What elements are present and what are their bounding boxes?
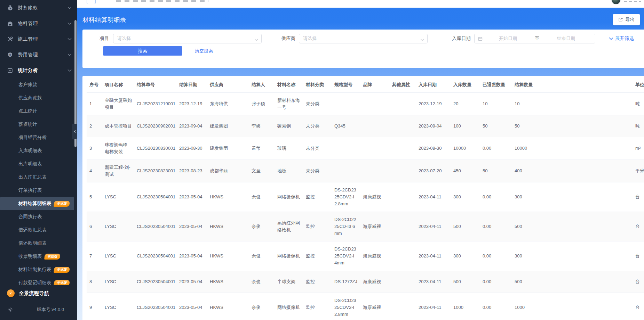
table-row[interactable]: 6LYSCCLJS202305040012023-05-04HKWS余俊高清红外… <box>87 212 644 241</box>
sidebar-group-费用管理[interactable]: ¥费用管理 <box>0 47 77 63</box>
gear-icon[interactable] <box>8 307 13 312</box>
table-cell: 5 <box>87 182 102 212</box>
column-header-品牌: 品牌 <box>360 77 389 93</box>
chevron-down-icon <box>67 22 72 25</box>
table-cell: 300 <box>451 182 480 212</box>
panorama-nav-item[interactable]: 全景流程导航 <box>0 285 77 301</box>
table-row[interactable]: 5LYSCCLJS202305040012023-05-04HKWS余俊网络摄像… <box>87 182 644 212</box>
sidebar-item-供应商账款[interactable]: 供应商账款 <box>0 91 77 105</box>
sidebar-item-借还款明细表[interactable]: 借还款明细表 <box>0 237 77 250</box>
table-cell: 4 <box>87 160 102 182</box>
clear-search-link[interactable]: 清空搜索 <box>195 48 213 54</box>
table-cell: 7 <box>87 241 102 271</box>
table-cell <box>389 160 417 182</box>
table-cell: LYSC <box>102 241 135 271</box>
table-cell <box>389 271 417 293</box>
table-cell: 2023-04-11 <box>417 241 451 271</box>
table-cell: 吨 <box>633 93 644 115</box>
sidebar-item-label: 出库明细表 <box>18 161 42 167</box>
table-cell: 50 <box>480 160 512 182</box>
table-cell: HKWS <box>207 241 249 271</box>
sidebar-group-label: 施工管理 <box>18 36 67 42</box>
table-cell: 珠穆朗玛峰—电梯安装 <box>102 137 135 160</box>
export-button[interactable]: 导出 <box>613 14 640 25</box>
sidebar-item-出入库汇总表[interactable]: 出入库汇总表 <box>0 171 77 184</box>
table-row[interactable]: 4新建工程-刘-测试CLJS202308230012023-08-23成都华丽文… <box>87 160 644 182</box>
table-cell <box>360 115 389 137</box>
table-row[interactable]: 2成本管控项目CLJS202309020012023-09-04建发集团李峡碳素… <box>87 115 644 137</box>
chevron-down-icon <box>67 69 72 72</box>
main-area: 材料结算明细表 导出 项目 请选择 供应商 请选择 <box>77 0 644 320</box>
start-date-input[interactable]: 开始日期 <box>483 35 533 42</box>
chevron-down-icon <box>609 37 613 40</box>
project-select[interactable]: 请选择 <box>113 34 262 43</box>
sidebar-item-label: 薪资统计 <box>18 121 37 128</box>
sidebar-item-订单执行表[interactable]: 订单执行表 <box>0 184 77 197</box>
table-row[interactable]: 3珠穆朗玛峰—电梯安装CLJS202308300012023-08-30建发集团… <box>87 137 644 160</box>
table-cell: 新建工程-刘-测试 <box>102 160 135 182</box>
supplier-select[interactable]: 请选择 <box>299 34 428 43</box>
table-row[interactable]: 8LYSCCLJS202305040012023-05-04HKWS余俊半球支架… <box>87 271 644 293</box>
table-cell: 8 <box>87 271 102 293</box>
table-cell: LYSC <box>102 271 135 293</box>
sidebar: ¥财务账款物料管理施工管理¥费用管理统计分析 客户账款供应商账款点工统计薪资统计… <box>0 0 77 320</box>
sidebar-collapse-handle[interactable] <box>72 124 77 139</box>
table-cell: 台 <box>633 293 644 320</box>
table-cell: HKWS <box>207 293 249 320</box>
table-row[interactable]: 7LYSCCLJS202305040012023-05-04HKWS余俊网络摄像… <box>87 241 644 271</box>
table-row[interactable]: 1金融大厦采购项目CLJS202312190012023-12-19东海特供张子… <box>87 93 644 115</box>
sidebar-footer: 版本号:v4.0.0 <box>0 301 77 320</box>
sidebar-bottom-panel: 全景流程导航 版本号:v4.0.0 <box>0 285 77 320</box>
table-cell: 监控 <box>303 271 332 293</box>
table-cell: 未分类 <box>303 115 332 137</box>
table-cell: 50 <box>480 115 512 137</box>
topbar-remnant-username <box>624 1 641 2</box>
sidebar-group-物料管理[interactable]: 物料管理 <box>0 16 77 31</box>
sidebar-item-收票明细表[interactable]: 收票明细表专业版 <box>0 250 77 263</box>
sidebar-group-统计分析[interactable]: 统计分析 <box>0 63 77 78</box>
inbound-date-range-picker[interactable]: 开始日期 至 结束日期 <box>474 34 595 43</box>
table-cell: 20 <box>451 93 480 115</box>
table-cell: 成都华丽 <box>207 160 249 182</box>
table-cell <box>332 137 360 160</box>
table-cell <box>389 241 417 271</box>
table-cell: 0.00 <box>480 271 512 293</box>
sidebar-item-合同执行表[interactable]: 合同执行表 <box>0 210 77 223</box>
table-cell <box>332 93 360 115</box>
table-cell: 2023-12-19 <box>417 93 451 115</box>
sidebar-item-借还款汇总表[interactable]: 借还款汇总表 <box>0 223 77 237</box>
table-cell: 400 <box>512 160 633 182</box>
table-cell <box>389 182 417 212</box>
table-cell: 500 <box>451 271 480 293</box>
sidebar-item-材料计划执行表[interactable]: 材料计划执行表专业版 <box>0 263 77 276</box>
table-cell: 余俊 <box>249 212 275 241</box>
table-row[interactable]: 9LYSCCLJS202305040012023-05-04HKWS余俊网络摄像… <box>87 293 644 320</box>
sidebar-item-材料结算明细表[interactable]: 材料结算明细表专业版 <box>0 197 74 210</box>
sidebar-item-点工统计[interactable]: 点工统计 <box>0 105 77 118</box>
table-cell: 2023-04-11 <box>417 271 451 293</box>
table-cell: CLJS20230830001 <box>135 137 178 160</box>
table-head: 序号项目名称结算单号结算日期供应商结算人材料名称材料分类规格型号品牌其他属性入库… <box>87 77 644 93</box>
sidebar-group-施工管理[interactable]: 施工管理 <box>0 31 77 47</box>
expand-filters-link[interactable]: 展开筛选 <box>609 35 634 42</box>
sidebar-group-财务账款[interactable]: ¥财务账款 <box>0 0 77 16</box>
end-date-input[interactable]: 结束日期 <box>541 35 591 42</box>
sidebar-item-label: 项目经营分析 <box>18 134 47 141</box>
table-cell: LYSC <box>102 182 135 212</box>
sidebar-item-薪资统计[interactable]: 薪资统计 <box>0 118 77 131</box>
sidebar-item-label: 借还款汇总表 <box>18 227 47 233</box>
table-cell: 300 <box>512 241 633 271</box>
table-cell <box>389 137 417 160</box>
sidebar-item-项目经营分析[interactable]: 项目经营分析 <box>0 131 77 144</box>
sidebar-item-出库明细表[interactable]: 出库明细表 <box>0 157 77 171</box>
table-cell: 2023-09-04 <box>417 115 451 137</box>
sidebar-item-label: 入库明细表 <box>18 148 42 154</box>
panorama-label: 全景流程导航 <box>19 290 49 297</box>
table-cell: 300 <box>512 182 633 212</box>
column-header-已退货数量: 已退货数量 <box>480 77 512 93</box>
user-avatar[interactable] <box>611 0 621 5</box>
sidebar-item-客户账款[interactable]: 客户账款 <box>0 78 77 91</box>
sidebar-item-入库明细表[interactable]: 入库明细表 <box>0 144 77 157</box>
table-cell: 2023-12-19 <box>178 93 207 115</box>
search-button[interactable]: 搜索 <box>103 46 182 56</box>
